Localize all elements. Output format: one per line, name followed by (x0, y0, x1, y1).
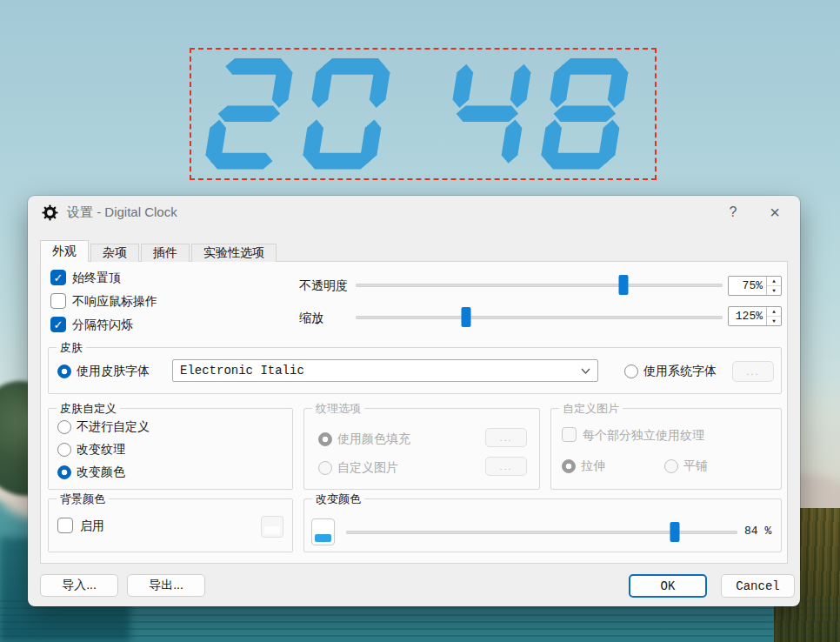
stretch-radio (562, 459, 576, 473)
wallpaper-water-streaks (0, 600, 840, 642)
stay-on-top-label[interactable]: 始终置顶 (72, 271, 121, 286)
seven-segment-display (191, 50, 655, 178)
system-font-browse-button: ... (732, 361, 774, 382)
change-color-group: 改变颜色 84 % (303, 498, 782, 552)
solid-color-browse-button: ... (485, 428, 527, 447)
opacity-spin-down[interactable]: ▼ (767, 286, 781, 295)
settings-window: 设置 - Digital Clock ? × 外观 杂项 插件 实验性选项 ✓ … (28, 196, 800, 606)
digital-clock-widget[interactable] (190, 48, 657, 180)
opacity-value[interactable]: 75% (729, 277, 766, 295)
zoom-spin-down[interactable]: ▼ (767, 317, 781, 325)
change-color-slider[interactable] (346, 531, 737, 534)
per-element-label: 每个部分独立使用纹理 (583, 428, 704, 444)
import-button[interactable]: 导入... (40, 574, 118, 597)
no-customization-label[interactable]: 不进行自定义 (77, 419, 150, 435)
ignore-mouse-checkbox[interactable]: ✓ (50, 293, 66, 309)
zoom-value[interactable]: 125% (729, 307, 766, 325)
cancel-button[interactable]: Cancel (721, 574, 795, 598)
opacity-slider-handle[interactable] (619, 275, 629, 295)
window-titlebar[interactable]: 设置 - Digital Clock (28, 196, 800, 229)
change-color-radio[interactable] (57, 465, 71, 479)
appearance-tab-pane: ✓ 始终置顶 ✓ 不响应鼠标操作 ✓ 分隔符闪烁 不透明度 75% ▲▼ 缩放 … (40, 261, 788, 564)
background-color-group: 背景颜色 ✓ 启用 (48, 498, 293, 552)
opacity-spinbox[interactable]: 75% ▲▼ (728, 276, 782, 296)
zoom-spin-up[interactable]: ▲ (767, 307, 781, 317)
bg-color-swatch-button (261, 516, 283, 538)
stretch-label: 拉伸 (581, 458, 605, 474)
change-color-label[interactable]: 改变颜色 (77, 465, 125, 480)
solid-color-radio (318, 432, 332, 446)
color-swatch (315, 534, 331, 542)
tab-misc[interactable]: 杂项 (90, 244, 139, 262)
solid-color-label: 使用颜色填充 (337, 431, 410, 447)
close-button[interactable]: × (762, 200, 788, 224)
use-system-font-radio[interactable] (624, 364, 638, 378)
custom-image-group: 自定义图片 ✓ 每个部分独立使用纹理 拉伸 平铺 (550, 408, 782, 490)
per-element-checkbox: ✓ (562, 427, 577, 442)
custom-image-group-title: 自定义图片 (559, 401, 623, 417)
custom-image-browse-button: ... (485, 457, 527, 476)
use-skin-font-radio[interactable] (57, 364, 71, 378)
change-color-title: 改变颜色 (312, 492, 364, 507)
zoom-spinbox[interactable]: 125% ▲▼ (728, 306, 782, 326)
skin-group: 皮肤 使用皮肤字体 Electronic Italic 使用系统字体 ... (48, 347, 782, 394)
tile-label: 平铺 (683, 458, 708, 474)
tab-bar: 外观 杂项 插件 实验性选项 (40, 240, 278, 262)
change-texture-label[interactable]: 改变纹理 (77, 442, 125, 458)
custom-image-label: 自定义图片 (337, 460, 398, 476)
change-color-slider-handle[interactable] (670, 522, 680, 542)
tab-plugins[interactable]: 插件 (141, 244, 190, 262)
skin-font-value: Electronic Italic (180, 364, 304, 378)
ignore-mouse-label[interactable]: 不响应鼠标操作 (72, 294, 157, 310)
help-button[interactable]: ? (720, 200, 746, 224)
window-title: 设置 - Digital Clock (67, 204, 177, 221)
bg-enable-label[interactable]: 启用 (80, 518, 104, 534)
opacity-label: 不透明度 (299, 278, 348, 294)
zoom-slider[interactable] (356, 316, 723, 319)
texture-options-title: 纹理选项 (312, 401, 364, 417)
no-customization-radio[interactable] (57, 420, 71, 434)
export-button[interactable]: 导出... (127, 574, 205, 597)
use-skin-font-label[interactable]: 使用皮肤字体 (77, 364, 150, 379)
change-color-value: 84 % (744, 525, 771, 538)
tile-radio (664, 459, 678, 473)
texture-options-group: 纹理选项 使用颜色填充 ... 自定义图片 ... (303, 408, 540, 490)
custom-image-radio (318, 461, 332, 475)
tab-appearance[interactable]: 外观 (40, 240, 89, 262)
change-texture-radio[interactable] (57, 443, 71, 457)
skin-font-combobox[interactable]: Electronic Italic (172, 359, 598, 382)
change-color-swatch-button[interactable] (311, 518, 335, 545)
gear-icon (42, 204, 58, 221)
separator-flash-checkbox[interactable]: ✓ (50, 317, 66, 332)
chevron-down-icon (581, 368, 590, 374)
stay-on-top-checkbox[interactable]: ✓ (50, 270, 66, 285)
skin-customization-group: 皮肤自定义 不进行自定义 改变纹理 改变颜色 (48, 408, 293, 490)
ok-button[interactable]: OK (629, 574, 707, 598)
opacity-slider[interactable] (356, 284, 723, 287)
zoom-slider-handle[interactable] (461, 307, 470, 327)
background-color-title: 背景颜色 (57, 492, 109, 507)
skin-customization-title: 皮肤自定义 (57, 401, 120, 417)
skin-group-title: 皮肤 (57, 340, 86, 356)
use-system-font-label[interactable]: 使用系统字体 (643, 364, 717, 379)
bg-enable-checkbox[interactable]: ✓ (57, 518, 73, 533)
separator-flash-label[interactable]: 分隔符闪烁 (72, 318, 133, 333)
opacity-spin-up[interactable]: ▲ (767, 277, 781, 286)
zoom-label: 缩放 (299, 311, 323, 326)
tab-experimental[interactable]: 实验性选项 (191, 244, 277, 262)
